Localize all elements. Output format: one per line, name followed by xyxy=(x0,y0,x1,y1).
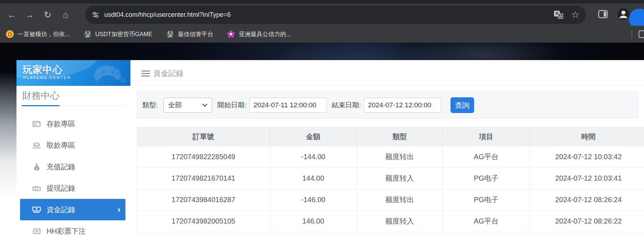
type-label: 類型: xyxy=(142,101,158,110)
order-number-cell: 1720743984016287 xyxy=(137,189,270,210)
table-header-cell: 項目 xyxy=(443,127,530,146)
bookmark-item[interactable]: 最佳信誉平台 xyxy=(166,30,213,38)
title-divider xyxy=(135,85,644,85)
funds-table: 訂單號金額類型項目時間 1720749822285049 -144.00 额度转… xyxy=(137,127,644,235)
sidebar-item[interactable]: 提現記錄 › xyxy=(20,177,125,199)
amount-cell: 146.00 xyxy=(270,211,357,232)
item-cell: PG电子 xyxy=(443,168,530,189)
start-date-input[interactable] xyxy=(249,98,327,113)
players-center-header: 玩家中心 PLAYERS CENTER xyxy=(16,60,130,86)
search-button[interactable]: 查詢 xyxy=(450,97,474,113)
recharge-icon xyxy=(32,163,41,171)
amount-cell: -144.00 xyxy=(270,146,357,167)
type-select-value: 全部 xyxy=(168,101,202,110)
type-cell: 额度转入 xyxy=(357,211,443,232)
time-cell: 2024-07-12 08:26:22 xyxy=(530,211,644,232)
sidebar-item[interactable]: 取款專區 › xyxy=(20,134,125,156)
bookmark-star-icon[interactable]: ☆ xyxy=(571,9,579,20)
menu-toggle-icon[interactable] xyxy=(142,70,150,77)
site-info-icon[interactable] xyxy=(92,11,99,18)
home-icon[interactable]: ⌂ xyxy=(59,9,72,21)
table-row: 1720749822285049 -144.00 额度转出 AG平台 2024-… xyxy=(137,146,644,168)
url-text: usdt04.com/hhcp/usercenter.html?iniType=… xyxy=(104,11,546,19)
deposit-icon xyxy=(32,120,41,128)
type-select[interactable]: 全部 xyxy=(163,98,212,113)
other-bookmarks-icon[interactable] xyxy=(639,30,644,38)
item-cell: AG平台 xyxy=(443,146,530,167)
browser-chrome: ← → ↻ ⌂ usdt04.com/hhcp/usercenter.html?… xyxy=(0,0,644,43)
gold-coin-icon xyxy=(6,30,14,38)
page-title: 資金記錄 xyxy=(153,68,183,78)
sidebar-item[interactable]: 充值記錄 › xyxy=(20,156,125,177)
back-icon[interactable]: ← xyxy=(6,9,18,21)
end-date-input[interactable] xyxy=(364,98,441,113)
funds-icon xyxy=(32,206,41,214)
bookmark-item[interactable]: 亚洲最具公信力的... xyxy=(227,30,291,38)
order-number-cell: 1720743982005105 xyxy=(137,211,270,232)
amount-cell: -146.00 xyxy=(270,189,357,210)
address-bar[interactable]: usdt04.com/hhcp/usercenter.html?iniType=… xyxy=(85,5,586,24)
table-header-cell: 金額 xyxy=(270,127,357,146)
players-center-title: 玩家中心 xyxy=(23,63,63,76)
order-number-cell: 1720749821670141 xyxy=(137,168,270,189)
time-cell: 2024-07-12 10:03:42 xyxy=(530,146,644,167)
profile-avatar-icon[interactable] xyxy=(617,8,630,22)
item-cell: AG平台 xyxy=(443,211,530,232)
type-cell: 额度转入 xyxy=(357,168,443,189)
type-cell: 额度转出 xyxy=(357,146,443,167)
table-row: 1720743984016287 -146.00 额度转出 PG电子 2024-… xyxy=(137,189,644,211)
table-header-cell: 訂單號 xyxy=(137,127,270,146)
players-center-subtitle: PLAYERS CENTER xyxy=(23,75,71,80)
forward-icon[interactable]: → xyxy=(24,9,36,21)
table-row: 1720743982005105 146.00 额度转入 AG平台 2024-0… xyxy=(137,211,644,232)
sidebar-item[interactable]: 存款專區 › xyxy=(20,113,125,134)
browser-toolbar: ← → ↻ ⌂ usdt04.com/hhcp/usercenter.html?… xyxy=(0,4,644,26)
table-body: 1720749822285049 -144.00 额度转出 AG平台 2024-… xyxy=(137,146,644,232)
filter-bar: 類型: 全部 開始日期: 結束日期: 查詢 xyxy=(137,92,639,119)
table-row: 1720749821670141 144.00 额度转入 PG电子 2024-0… xyxy=(137,168,644,189)
side-panel-icon[interactable] xyxy=(598,10,608,20)
chevron-down-icon xyxy=(202,102,207,108)
sidebar-item[interactable]: HH彩票下注 › xyxy=(20,220,125,235)
purple-flower-icon xyxy=(227,30,235,38)
time-cell: 2024-07-12 08:26:24 xyxy=(530,189,644,210)
amount-cell: 144.00 xyxy=(270,168,357,189)
start-date-label: 開始日期: xyxy=(217,101,246,110)
sidebar-item[interactable]: 資金記錄 › xyxy=(20,199,125,220)
order-number-cell: 1720749822285049 xyxy=(137,146,270,167)
withdraw-icon xyxy=(32,141,41,149)
finance-section-title: 財務中心 xyxy=(22,89,59,102)
chevron-right-icon: › xyxy=(118,205,120,215)
table-header-cell: 時間 xyxy=(530,127,644,146)
bookmark-item[interactable]: USDT加密货币GAME xyxy=(84,30,153,38)
bookmark-item[interactable]: 一直被模仿，但依... xyxy=(6,30,70,38)
table-header-cell: 類型 xyxy=(357,127,443,146)
bookmarks-bar: 一直被模仿，但依... USDT加密货币GAME 最佳信誉平台 亚洲最具公信力的… xyxy=(0,26,644,43)
type-cell: 额度转出 xyxy=(357,189,443,210)
table-header-row: 訂單號金額類型項目時間 xyxy=(137,127,644,146)
item-cell: PG电子 xyxy=(443,189,530,210)
bookmarks-divider xyxy=(631,30,632,39)
withdrawal-icon xyxy=(32,184,41,192)
tab-strip xyxy=(0,0,644,4)
time-cell: 2024-07-12 10:03:41 xyxy=(530,168,644,189)
screen: ← → ↻ ⌂ usdt04.com/hhcp/usercenter.html?… xyxy=(0,0,644,235)
sidebar-active-underline xyxy=(22,105,59,106)
lottery-icon xyxy=(32,227,41,235)
globe-icon xyxy=(166,30,174,38)
reload-icon[interactable]: ↻ xyxy=(42,9,54,21)
gamepad-icon xyxy=(93,62,127,85)
table-row-partial xyxy=(137,232,644,235)
translate-icon[interactable] xyxy=(554,10,563,19)
page-left-margin xyxy=(0,72,16,235)
globe-icon xyxy=(84,30,92,38)
bookmarks-list: 一直被模仿，但依... USDT加密货币GAME 最佳信誉平台 亚洲最具公信力的… xyxy=(6,30,305,38)
end-date-label: 結束日期: xyxy=(332,101,361,110)
sidebar-menu: 存款專區 › 取款專區 › 充值記錄 › 提現記錄 › 資金記錄 › HH彩票下… xyxy=(16,113,130,235)
